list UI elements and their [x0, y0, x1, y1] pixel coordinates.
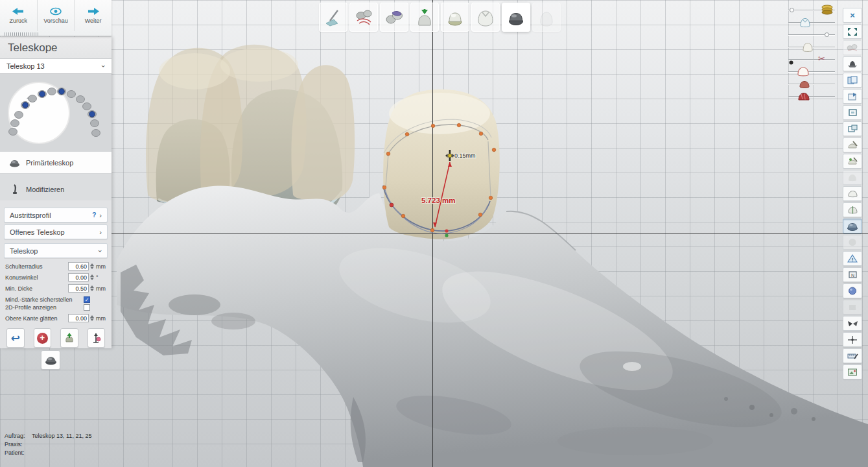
zoom-fit-icon[interactable] [843, 24, 862, 39]
section-label: Teleskop [10, 247, 38, 255]
sidebar-item-label: Modifizieren [26, 186, 64, 193]
tooth-outline-icon[interactable] [843, 186, 862, 201]
arch-overview[interactable] [0, 74, 111, 152]
param-schulterradius: Schulterradius 0.60 mm [5, 261, 108, 272]
schulterradius-input[interactable]: 0.60 [68, 262, 89, 270]
preview-button[interactable]: Vorschau [38, 0, 75, 31]
workflow-step-scan-probe-icon[interactable] [319, 3, 347, 32]
slider-gingiva[interactable] [787, 90, 836, 102]
next-button[interactable]: Weiter [75, 0, 111, 31]
workflow-step-blockout-icon[interactable] [380, 3, 408, 32]
mind-staerke-checkbox[interactable]: ✓ [84, 296, 90, 303]
mirror-wings-icon[interactable] [843, 316, 862, 331]
obere-kante-input[interactable]: 0.00 [68, 314, 89, 322]
param-unit: ° [96, 274, 108, 281]
svg-text:N: N [850, 273, 854, 278]
workflow-step-cap-base-icon[interactable] [441, 3, 469, 32]
measure-ruler-icon[interactable] [843, 348, 862, 363]
primary-crown-button[interactable] [41, 350, 60, 370]
arch-preview-icon [0, 74, 111, 152]
section-label: Austrittsprofil [10, 211, 51, 219]
add-material-icon: + [37, 333, 48, 344]
spinner-control[interactable] [90, 285, 94, 291]
ghost-box-icon[interactable] [843, 300, 862, 315]
section-teleskop[interactable]: Teleskop › [4, 243, 108, 258]
navigation-panel: Zurück Vorschau Weiter [0, 0, 111, 36]
ghost-tooth-icon[interactable] [843, 170, 862, 185]
paint-sphere-icon[interactable] [843, 283, 862, 298]
modify-icon [9, 184, 20, 195]
tooth-selector-dropdown[interactable]: Teleskop 13 › [0, 58, 111, 74]
telescope-view-icon[interactable] [843, 219, 862, 234]
export-view-icon[interactable] [843, 89, 862, 104]
rotate-view-icon[interactable]: × [843, 8, 862, 23]
primary-crown-icon [45, 355, 57, 365]
slider-tooth-outline[interactable] [787, 66, 836, 78]
application-window: 0.15mm 5.723 mm Zurück Vorschau [0, 0, 868, 467]
panel-grip-handle[interactable] [5, 32, 38, 36]
parameter-panel: Schulterradius 0.60 mm Konuswinkel 0.00 … [0, 258, 111, 324]
model-base-icon[interactable] [843, 56, 862, 71]
clip-frame-icon[interactable] [843, 105, 862, 120]
slider-prep-tooth[interactable] [787, 78, 836, 90]
snapshot-icon[interactable] [843, 365, 862, 379]
param-unit: mm [96, 285, 108, 292]
grid-box-icon[interactable]: N [843, 267, 862, 282]
param-obere-kante: Obere Kante glätten 0.00 mm [5, 313, 108, 324]
measure-button[interactable] [88, 328, 106, 348]
wax-smooth-icon[interactable] [843, 154, 862, 169]
split-view-icon[interactable] [843, 73, 862, 88]
preview-label: Vorschau [43, 18, 68, 24]
wax-add-icon[interactable] [843, 138, 862, 152]
help-icon[interactable]: ? [92, 211, 96, 219]
checkbox-label: 2D-Profile anzeigen [5, 304, 84, 311]
tooth-selector-value: Teleskop 13 [6, 62, 45, 70]
chevron-right-icon: › [99, 228, 102, 236]
check-mind-staerke: Mind.-Stärke sicherstellen ✓ [5, 296, 108, 304]
measure-icon [91, 332, 101, 344]
section-label: Offenes Teleskop [10, 228, 65, 236]
workflow-step-insertion-direction-icon[interactable] [410, 3, 439, 32]
konuswinkel-input[interactable]: 0.00 [68, 273, 89, 281]
ghost-sphere-icon[interactable] [843, 235, 862, 250]
profile-2d-checkbox[interactable] [84, 304, 90, 311]
slider-cut[interactable]: ✂ [787, 53, 836, 66]
param-unit: mm [96, 315, 108, 322]
insertion-axis-button[interactable] [60, 328, 78, 348]
collision-warning-icon[interactable]: ! [843, 251, 862, 266]
workflow-step-segmentation-icon[interactable] [349, 3, 378, 32]
workflow-step-telescope-icon[interactable] [502, 3, 530, 32]
slider-layer-stack[interactable] [787, 4, 836, 16]
show-scan-icon[interactable] [843, 40, 862, 55]
workflow-step-anatomic-crown-icon[interactable] [471, 3, 500, 32]
param-label: Schulterradius [5, 263, 68, 270]
tooth-section-icon[interactable] [843, 202, 862, 217]
workflow-step-final-tooth-icon[interactable] [532, 3, 561, 32]
param-label: Min. Dicke [5, 285, 68, 292]
undo-button[interactable]: ↩ [6, 328, 25, 348]
slider-tooth[interactable] [787, 41, 836, 53]
section-offenes-teleskop[interactable]: Offenes Teleskop › [4, 224, 108, 239]
min-dicke-input[interactable]: 0.50 [68, 284, 89, 293]
viewport-3d[interactable] [0, 0, 868, 467]
clip-frame-2-icon[interactable] [843, 121, 862, 136]
workflow-toolbar [319, 3, 561, 32]
checkbox-label: Mind.-Stärke sicherstellen [5, 296, 84, 303]
spinner-control[interactable] [90, 274, 94, 280]
spinner-control[interactable] [90, 263, 94, 269]
back-button[interactable]: Zurück [0, 0, 38, 31]
sidebar-item-primaerteleskop[interactable]: Primärteleskop [0, 152, 111, 174]
param-label: Konuswinkel [5, 274, 68, 281]
chevron-down-icon: › [100, 65, 108, 67]
slider-primary-crown[interactable] [787, 16, 836, 29]
order-status-block: Auftrag: Teleskop 13, 11, 21, 25 Praxis:… [5, 432, 91, 457]
param-min-dicke: Min. Dicke 0.50 mm [5, 283, 108, 294]
sidebar-item-modifizieren[interactable]: Modifizieren [0, 174, 111, 200]
primary-telescope-icon [9, 158, 20, 167]
slider-plain[interactable] [787, 29, 836, 41]
axis-cross-icon[interactable] [843, 332, 862, 347]
add-material-button[interactable]: + [34, 328, 52, 348]
next-label: Weiter [85, 18, 102, 24]
spinner-control[interactable] [90, 315, 94, 321]
section-austrittsprofil[interactable]: Austrittsprofil ?› [4, 208, 108, 222]
